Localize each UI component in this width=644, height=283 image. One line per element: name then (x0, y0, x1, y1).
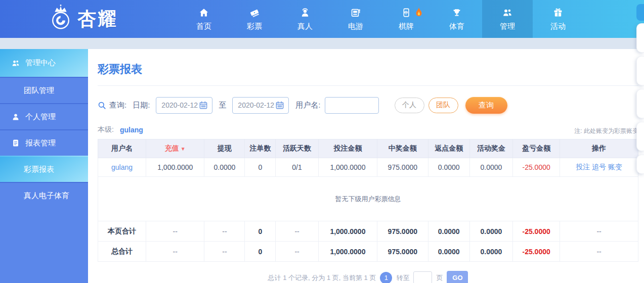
username-input[interactable] (325, 97, 379, 114)
date-from-value: 2020-02-12 (161, 101, 198, 109)
nav-item-label: 首页 (196, 22, 211, 31)
level-username-link[interactable]: gulang (120, 126, 143, 134)
totals-cell: -- (276, 242, 318, 262)
sidebar-item-admin-center[interactable]: 管理中心 (0, 49, 88, 77)
sidebar-item-report-management[interactable]: 报表管理 (0, 129, 88, 156)
totals-label: 本页合计 (98, 221, 146, 242)
gift-icon (552, 7, 564, 18)
home-icon (198, 7, 209, 18)
table-cell: -25.0000 (513, 158, 560, 177)
crown-crest-icon (47, 4, 74, 34)
sort-desc-icon: ▼ (181, 146, 186, 152)
slot-machine-icon (350, 7, 361, 18)
empty-message: 暂无下级用户彩票信息 (98, 177, 638, 221)
totals-cell: 1,000.0000 (318, 242, 377, 262)
calendar-icon (275, 101, 284, 110)
floating-widget-card[interactable] (636, 89, 644, 118)
team-button[interactable]: 团队 (428, 98, 458, 113)
goto-page-input[interactable] (413, 271, 432, 283)
floating-widget-card[interactable] (636, 56, 644, 85)
totals-label: 总合计 (98, 242, 146, 262)
sidebar-item-label: 团队管理 (24, 86, 54, 96)
sidebar-item-label: 彩票报表 (24, 165, 54, 174)
nav-item-egames[interactable]: 电游 (330, 0, 381, 38)
column-header: 返点金额 (428, 139, 469, 158)
sidebar-item-team-management[interactable]: 团队管理 (0, 77, 88, 103)
nav-item-lottery[interactable]: 彩票 (229, 0, 280, 38)
calendar-icon[interactable] (199, 101, 208, 110)
current-page-badge[interactable]: 1 (380, 272, 392, 283)
empty-row: 暂无下级用户彩票信息 (98, 177, 638, 221)
search-button[interactable]: 查询 (465, 97, 507, 114)
action-link[interactable]: 追号 (592, 163, 606, 171)
title-divider (98, 85, 638, 86)
totals-cell: 975.0000 (377, 242, 428, 262)
main-nav: 首页彩票真人电游中棋牌体育管理活动 (179, 0, 583, 38)
date-to-input[interactable]: 2020-02-12 (232, 97, 289, 114)
sidebar-item-personal-management[interactable]: 个人管理 (0, 103, 88, 129)
date-from-input[interactable]: 2020-02-12 (156, 97, 212, 114)
sidebar: 管理中心团队管理个人管理报表管理彩票报表真人电子体育 (0, 49, 88, 283)
action-link[interactable]: 账变 (608, 163, 622, 171)
totals-cell: -25.0000 (513, 242, 560, 262)
mahjong-icon: 中 (401, 7, 412, 18)
sidebar-item-live-electronic-sports[interactable]: 真人电子体育 (0, 182, 88, 208)
lottery-report-table: 用户名充值▼提现注单数活跃天数投注金额中奖金额返点金额活动奖金盈亏金额操作gul… (98, 139, 638, 262)
calendar-icon[interactable] (275, 101, 284, 110)
crown-crest-icon (47, 4, 74, 32)
action-link[interactable]: 投注 (576, 163, 590, 171)
actions-cell: 投注 追号 账变 (560, 158, 638, 177)
personal-button[interactable]: 个人 (395, 98, 424, 113)
column-header: 活跃天数 (276, 139, 318, 158)
totals-cell: 0.0000 (469, 242, 512, 262)
table-cell: 0.0000 (204, 158, 245, 177)
nav-item-label: 真人 (297, 22, 313, 31)
search-icon (98, 101, 106, 110)
username-link[interactable]: gulang (111, 163, 133, 171)
floating-widget-card[interactable] (636, 155, 644, 174)
nav-item-label: 体育 (449, 22, 464, 31)
date-label: 日期: (133, 101, 150, 110)
nav-item-chess[interactable]: 中棋牌 (381, 0, 432, 38)
brand-logo[interactable]: 杏耀 (47, 4, 118, 34)
calendar-icon (199, 101, 208, 110)
table-cell: 1,000.0000 (146, 158, 204, 177)
sidebar-item-label: 管理中心 (25, 58, 56, 68)
go-button[interactable]: GO (447, 271, 468, 283)
nav-item-home[interactable]: 首页 (179, 0, 229, 38)
nav-item-live[interactable]: 真人 (280, 0, 330, 38)
column-header: 提现 (204, 139, 245, 158)
sidebar-item-lottery-report[interactable]: 彩票报表 (0, 156, 88, 182)
nav-item-sports[interactable]: 体育 (432, 0, 482, 38)
trophy-icon (451, 7, 462, 18)
column-header: 活动奖金 (469, 139, 512, 158)
report-icon (11, 138, 20, 148)
people-icon (502, 7, 513, 18)
nav-item-label: 活动 (550, 22, 566, 31)
table-cell: 1,000.0000 (318, 158, 377, 177)
totals-cell: -- (560, 221, 638, 242)
totals-cell: -- (204, 242, 245, 262)
table-cell: 975.0000 (377, 158, 428, 177)
totals-row: 本页合计----0--1,000.0000975.00000.00000.000… (98, 221, 638, 242)
username-label: 用户名: (295, 101, 320, 110)
header-substrip (0, 38, 644, 49)
goto-label: 转至 (396, 273, 409, 282)
pagination-summary: 总计 1 个记录, 分为 1 页, 当前第 1 页 (268, 273, 376, 282)
nav-item-admin[interactable]: 管理 (482, 0, 533, 38)
table-header-row: 用户名充值▼提现注单数活跃天数投注金额中奖金额返点金额活动奖金盈亏金额操作 (98, 139, 638, 158)
level-label: 本级: (98, 125, 114, 134)
totals-row: 总合计----0--1,000.0000975.00000.00000.0000… (98, 242, 638, 262)
sidebar-item-label: 报表管理 (25, 138, 56, 148)
column-header: 操作 (560, 139, 638, 158)
search-icon (98, 101, 106, 110)
floating-widget-tab[interactable] (636, 4, 644, 21)
search-form: 查询: 日期: 2020-02-12 至 2020-02-12 用户名: 个人 … (98, 97, 638, 114)
column-header-sorted[interactable]: 充值▼ (146, 139, 204, 158)
nav-item-activity[interactable]: 活动 (533, 0, 583, 38)
nav-item-label: 管理 (500, 22, 515, 31)
page-title: 彩票报表 (98, 62, 638, 77)
floating-widget-card[interactable] (636, 122, 644, 151)
date-to-value: 2020-02-12 (238, 101, 274, 109)
floating-widget-card[interactable] (636, 23, 644, 53)
